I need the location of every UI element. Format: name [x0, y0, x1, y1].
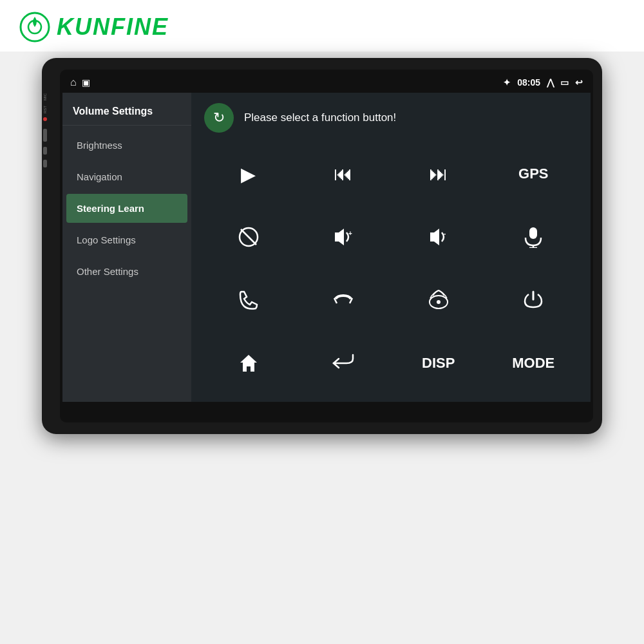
sidebar-item-navigation[interactable]: Navigation: [66, 162, 187, 191]
status-bar: ⌂ ▣ ✦ 08:05 ⋀ ▭ ↩: [62, 72, 591, 93]
svg-point-14: [437, 300, 440, 304]
screen-bezel: ⌂ ▣ ✦ 08:05 ⋀ ▭ ↩ Volume Settings Bright…: [60, 70, 593, 422]
sidebar-item-other-settings[interactable]: Other Settings: [66, 257, 187, 286]
gps-button[interactable]: GPS: [489, 146, 578, 202]
phone-end-button[interactable]: [299, 272, 388, 328]
back-nav-button[interactable]: [299, 335, 388, 392]
mic-icon: [523, 226, 544, 248]
home-icon: [238, 352, 260, 374]
next-track-button[interactable]: ⏭: [394, 146, 483, 202]
bottom-nav: [62, 402, 591, 420]
side-button-1[interactable]: [43, 129, 47, 142]
back-nav-icon: [331, 352, 355, 374]
side-button-3[interactable]: [43, 160, 47, 167]
play-icon: ▶: [241, 163, 256, 185]
svg-text:-: -: [444, 230, 446, 237]
refresh-icon: ↻: [213, 109, 225, 126]
back-icon[interactable]: ↩: [575, 77, 583, 88]
svg-marker-15: [240, 355, 257, 372]
volume-up-button[interactable]: +: [299, 209, 388, 265]
home-button[interactable]: [204, 335, 293, 392]
power-button[interactable]: [489, 272, 578, 328]
sidebar-item-logo-settings[interactable]: Logo Settings: [66, 225, 187, 254]
function-grid: ▶ ⏮ ⏭ GPS: [204, 146, 578, 392]
phone-call-button[interactable]: [204, 272, 293, 328]
svg-line-3: [241, 229, 256, 245]
bluetooth-icon: ✦: [503, 77, 511, 88]
gps-label: GPS: [518, 166, 548, 182]
window-icon[interactable]: ▭: [560, 77, 569, 88]
brand-icon: [19, 12, 50, 43]
side-button-2[interactable]: [43, 147, 47, 155]
svg-marker-4: [335, 229, 344, 245]
disp-label: DISP: [422, 355, 455, 372]
next-track-icon: ⏭: [429, 163, 448, 185]
mic-button[interactable]: [489, 209, 578, 265]
svg-rect-8: [529, 227, 537, 239]
nav-up-icon[interactable]: ⋀: [547, 77, 554, 88]
phone-end-icon: [332, 289, 355, 311]
mic-label: MIC: [43, 93, 47, 100]
mute-button[interactable]: [204, 209, 293, 265]
svg-text:+: +: [348, 230, 352, 237]
rst-label: RST: [43, 106, 47, 113]
main-header: ↻ Please select a function button!: [204, 103, 578, 133]
volume-down-icon: -: [426, 226, 451, 248]
recent-status-icon[interactable]: ▣: [82, 77, 90, 88]
radio-icon: [426, 289, 451, 311]
svg-marker-6: [430, 229, 439, 245]
mode-button[interactable]: MODE: [489, 335, 578, 392]
volume-up-icon: +: [331, 226, 355, 248]
brand-area: KUNFINE: [0, 0, 644, 52]
sidebar-header: Volume Settings: [62, 99, 191, 126]
phone-icon: [238, 289, 260, 311]
device-frame: MIC RST ⌂ ▣ ✦ 08:05 ⋀ ▭ ↩ Volume: [42, 58, 602, 434]
disp-button[interactable]: DISP: [394, 335, 483, 392]
home-status-icon[interactable]: ⌂: [70, 77, 77, 88]
mode-label: MODE: [512, 355, 554, 372]
prev-track-icon: ⏮: [334, 163, 353, 185]
status-right-icons: ✦ 08:05 ⋀ ▭ ↩: [503, 77, 583, 88]
sidebar-item-steering-learn[interactable]: Steering Learn: [66, 194, 187, 223]
radio-button[interactable]: [394, 272, 483, 328]
mute-icon: [238, 226, 260, 248]
sidebar-menu: Volume Settings Brightness Navigation St…: [62, 93, 191, 402]
power-indicator: [43, 117, 47, 121]
main-panel: ↻ Please select a function button! ▶ ⏮ ⏭: [191, 93, 591, 402]
refresh-button[interactable]: ↻: [204, 103, 234, 133]
prev-track-button[interactable]: ⏮: [299, 146, 388, 202]
brand-name: KUNFINE: [57, 14, 169, 41]
volume-down-button[interactable]: -: [394, 209, 483, 265]
play-button[interactable]: ▶: [204, 146, 293, 202]
status-time: 08:05: [517, 77, 540, 88]
sidebar-item-brightness[interactable]: Brightness: [66, 131, 187, 160]
status-left-icons: ⌂ ▣: [70, 77, 90, 88]
screen-content: Volume Settings Brightness Navigation St…: [62, 93, 591, 402]
main-prompt: Please select a function button!: [244, 111, 396, 124]
power-icon: [522, 289, 544, 311]
